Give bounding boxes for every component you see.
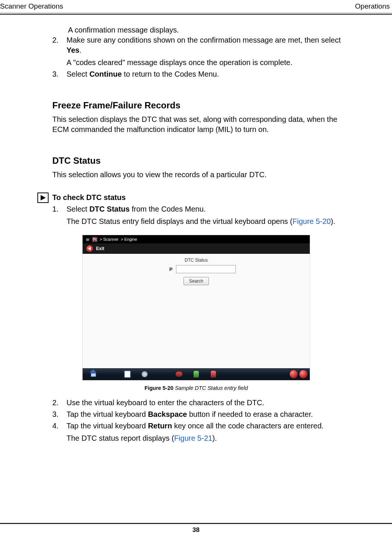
dtc-input[interactable]: [176, 265, 236, 273]
figure-link-5-21[interactable]: Figure 5-21: [174, 434, 212, 442]
section-freeze-frame-heading: Freeze Frame/Failure Records: [52, 100, 348, 111]
back-icon[interactable]: [86, 245, 93, 252]
text: from the Codes Menu.: [130, 205, 206, 213]
svg-marker-0: [41, 195, 46, 200]
text: The DTC Status entry field displays and …: [67, 217, 293, 225]
intro-line: A confirmation message displays.: [52, 25, 348, 35]
header-left: Scanner Operations: [0, 2, 63, 10]
status-orb-icon[interactable]: [299, 370, 308, 378]
list-marker: 3.: [52, 69, 67, 79]
dtc-prefix-label: P: [169, 267, 173, 272]
home-icon[interactable]: [90, 372, 96, 377]
screenshot-breadcrumb-bar: ar 狗 > Scanner > Engine: [83, 235, 310, 243]
procedure-block: To check DTC status 1. Select DTC Status…: [52, 193, 348, 443]
text: The DTC status report displays (: [67, 434, 174, 442]
breadcrumb-part: > Scanner: [99, 237, 120, 241]
proc-step-2: 2. Use the virtual keyboard to enter the…: [52, 398, 348, 408]
procedure-title: To check DTC status: [52, 193, 348, 202]
screenshot-dtc-status: ar 狗 > Scanner > Engine Exit DTC Status …: [82, 235, 310, 381]
text: Tap the virtual keyboard: [67, 422, 148, 430]
search-button[interactable]: Search: [183, 277, 209, 285]
proc-step-4: 4. Tap the virtual keyboard Return key o…: [52, 421, 348, 443]
green-icon[interactable]: [194, 371, 199, 378]
figure-link-5-20[interactable]: Figure 5-20: [293, 217, 331, 225]
sub-text: A "codes cleared" message displays once …: [67, 58, 348, 68]
list-marker: 2.: [52, 35, 67, 68]
play-icon: [37, 193, 49, 203]
page-header: Scanner Operations Operations: [0, 0, 392, 13]
figure-label: Figure 5-20: [145, 385, 175, 391]
section-dtc-status-heading: DTC Status: [52, 156, 348, 166]
intro-step-3: 3. Select Continue to return to the Code…: [52, 69, 348, 79]
status-orb-icon[interactable]: [290, 370, 298, 378]
bold-return: Return: [148, 422, 172, 430]
screenshot-title: DTC Status: [185, 258, 208, 263]
text: button if needed to erase a character.: [187, 410, 313, 418]
breadcrumb-part: ar: [85, 237, 91, 241]
text: Use the virtual keyboard to enter the ch…: [67, 398, 264, 407]
bold-dtc-status: DTC Status: [89, 205, 130, 213]
list-marker: 2.: [52, 398, 67, 408]
red-icon[interactable]: [211, 371, 216, 378]
page-icon[interactable]: [124, 371, 130, 378]
text: Make sure any conditions shown on the co…: [67, 36, 341, 44]
section-dtc-status-body: This selection allows you to view the re…: [52, 170, 348, 180]
proc-step-1: 1. Select DTC Status from the Codes Menu…: [52, 204, 348, 227]
screenshot-body: DTC Status P Search: [83, 254, 310, 368]
text: Tap the virtual keyboard: [67, 410, 148, 418]
screenshot-taskbar: [83, 368, 310, 380]
bold-continue: Continue: [89, 70, 122, 78]
text: ).: [331, 217, 335, 225]
intro-step-2: 2. Make sure any conditions shown on the…: [52, 35, 348, 68]
screenshot-exit-bar: Exit: [83, 243, 310, 254]
bold-yes: Yes: [67, 46, 79, 54]
text: to return to the Codes Menu.: [122, 70, 219, 78]
figure-5-20: ar 狗 > Scanner > Engine Exit DTC Status …: [82, 235, 310, 391]
footer-rule-gray: [0, 524, 392, 524]
text: ).: [212, 434, 217, 442]
page-number: 38: [0, 526, 392, 534]
text: Select: [67, 205, 89, 213]
section-freeze-frame-body: This selection displays the DTC that was…: [52, 114, 348, 135]
list-marker: 3.: [52, 409, 67, 419]
bold-backspace: Backspace: [148, 410, 187, 418]
breadcrumb-part: > Engine: [120, 237, 138, 241]
header-rule-gray: [0, 13, 392, 13]
figure-caption: Figure 5-20 Sample DTC Status entry fiel…: [82, 385, 310, 391]
exit-label[interactable]: Exit: [96, 246, 104, 251]
proc-step-3: 3. Tap the virtual keyboard Backspace bu…: [52, 409, 348, 419]
figure-desc: Sample DTC Status entry field: [175, 385, 248, 391]
list-marker: 4.: [52, 421, 67, 443]
gear-icon[interactable]: [142, 371, 148, 377]
bug-icon[interactable]: [176, 372, 182, 377]
text: key once all the code characters are ent…: [172, 422, 324, 430]
list-marker: 1.: [52, 204, 67, 227]
text: Select: [67, 70, 89, 78]
header-rule-black: [0, 14, 392, 15]
header-right: Operations: [355, 2, 390, 10]
text: .: [79, 46, 81, 54]
